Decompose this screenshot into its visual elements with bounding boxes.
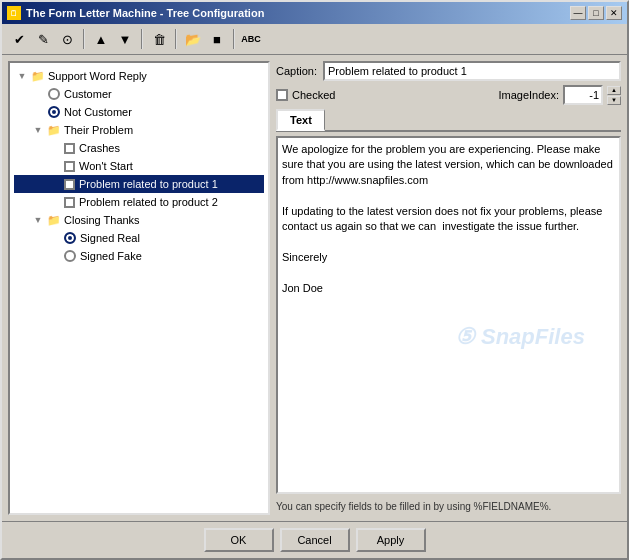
tree-item-signed-fake[interactable]: Signed Fake <box>14 247 264 265</box>
tree-label-product1: Problem related to product 1 <box>77 178 218 190</box>
hint-text: You can specify fields to be filled in b… <box>276 498 621 515</box>
expand-spacer-not-customer <box>30 104 46 120</box>
edit-button[interactable]: ✎ <box>32 28 54 50</box>
tree-item-not-customer[interactable]: Not Customer <box>14 103 264 121</box>
imageindex-label: ImageIndex: <box>498 89 559 101</box>
down-button[interactable]: ▼ <box>114 28 136 50</box>
title-bar-left: 🗒 The Form Letter Machine - Tree Configu… <box>7 6 264 20</box>
save-button[interactable]: ✔ <box>8 28 30 50</box>
radio-icon-signed-fake <box>64 250 76 262</box>
tree-item-product1[interactable]: Problem related to product 1 <box>14 175 264 193</box>
tree-label-customer: Customer <box>62 88 112 100</box>
tree-label-wont-start: Won't Start <box>77 160 133 172</box>
spellcheck-button[interactable]: ABC <box>240 28 262 50</box>
ok-button[interactable]: OK <box>204 528 274 552</box>
tree-label-crashes: Crashes <box>77 142 120 154</box>
options-row: Checked ImageIndex: ▲ ▼ <box>276 85 621 105</box>
main-window: 🗒 The Form Letter Machine - Tree Configu… <box>0 0 629 560</box>
expand-spacer-customer <box>30 86 46 102</box>
separator-1 <box>83 29 85 49</box>
bottom-bar: OK Cancel Apply <box>2 521 627 558</box>
tree-item-wont-start[interactable]: Won't Start <box>14 157 264 175</box>
toolbar: ✔ ✎ ⊙ ▲ ▼ 🗑 📂 ■ ABC <box>2 24 627 55</box>
tree-item-their-problem[interactable]: ▼ 📁 Their Problem <box>14 121 264 139</box>
title-bar: 🗒 The Form Letter Machine - Tree Configu… <box>2 2 627 24</box>
folder-icon-their-problem: 📁 <box>46 123 62 137</box>
maximize-button[interactable]: □ <box>588 6 604 20</box>
folder-icon-closing-thanks: 📁 <box>46 213 62 227</box>
minimize-button[interactable]: — <box>570 6 586 20</box>
app-icon: 🗒 <box>7 6 21 20</box>
right-panel: Caption: Checked ImageIndex: ▲ ▼ <box>276 61 621 515</box>
expand-spacer-signed-fake <box>46 248 62 264</box>
checkbox-icon-wont-start <box>64 161 75 172</box>
separator-4 <box>233 29 235 49</box>
tree-panel: ▼ 📁 Support Word Reply Customer Not Cust… <box>8 61 270 515</box>
text-area[interactable]: We apologize for the problem you are exp… <box>278 138 619 492</box>
separator-3 <box>175 29 177 49</box>
radio-icon-not-customer <box>48 106 60 118</box>
imageindex-spinner: ▲ ▼ <box>607 86 621 105</box>
checked-checkbox[interactable] <box>276 89 288 101</box>
tree-item-signed-real[interactable]: Signed Real <box>14 229 264 247</box>
folder-icon-root: 📁 <box>30 69 46 83</box>
spinner-up-button[interactable]: ▲ <box>607 86 621 95</box>
stop-button[interactable]: ■ <box>206 28 228 50</box>
imageindex-input[interactable] <box>563 85 603 105</box>
expand-spacer-signed-real <box>46 230 62 246</box>
checkbox-icon-crashes <box>64 143 75 154</box>
expand-spacer-crashes <box>46 140 62 156</box>
separator-2 <box>141 29 143 49</box>
tree-label-their-problem: Their Problem <box>62 124 133 136</box>
expand-spacer-wont-start <box>46 158 62 174</box>
tree-label-product2: Problem related to product 2 <box>77 196 218 208</box>
text-area-container: We apologize for the problem you are exp… <box>276 136 621 494</box>
caption-input[interactable] <box>323 61 621 81</box>
close-button[interactable]: ✕ <box>606 6 622 20</box>
radio-icon-customer <box>48 88 60 100</box>
delete-button[interactable]: 🗑 <box>148 28 170 50</box>
title-buttons: — □ ✕ <box>570 6 622 20</box>
expand-icon-root: ▼ <box>14 68 30 84</box>
checked-option: Checked <box>276 89 335 101</box>
settings-button[interactable]: ⊙ <box>56 28 78 50</box>
up-button[interactable]: ▲ <box>90 28 112 50</box>
tab-bar: Text <box>276 109 621 132</box>
spinner-down-button[interactable]: ▼ <box>607 96 621 105</box>
tree-label-root: Support Word Reply <box>46 70 147 82</box>
checkbox-icon-product1 <box>64 179 75 190</box>
expand-icon-their-problem: ▼ <box>30 122 46 138</box>
main-content: ▼ 📁 Support Word Reply Customer Not Cust… <box>2 55 627 521</box>
expand-icon-closing-thanks: ▼ <box>30 212 46 228</box>
tree-item-product2[interactable]: Problem related to product 2 <box>14 193 264 211</box>
tree-item-root[interactable]: ▼ 📁 Support Word Reply <box>14 67 264 85</box>
tree-item-crashes[interactable]: Crashes <box>14 139 264 157</box>
expand-spacer-product1 <box>46 176 62 192</box>
checked-label: Checked <box>292 89 335 101</box>
checkbox-icon-product2 <box>64 197 75 208</box>
tree-item-customer[interactable]: Customer <box>14 85 264 103</box>
expand-spacer-product2 <box>46 194 62 210</box>
apply-button[interactable]: Apply <box>356 528 426 552</box>
tree-label-closing-thanks: Closing Thanks <box>62 214 140 226</box>
tab-text[interactable]: Text <box>276 109 325 131</box>
tree-item-closing-thanks[interactable]: ▼ 📁 Closing Thanks <box>14 211 264 229</box>
caption-row: Caption: <box>276 61 621 81</box>
window-title: The Form Letter Machine - Tree Configura… <box>26 7 264 19</box>
open-folder-button[interactable]: 📂 <box>182 28 204 50</box>
cancel-button[interactable]: Cancel <box>280 528 350 552</box>
tree-label-signed-fake: Signed Fake <box>78 250 142 262</box>
tree-label-not-customer: Not Customer <box>62 106 132 118</box>
tree-label-signed-real: Signed Real <box>78 232 140 244</box>
caption-label: Caption: <box>276 65 317 77</box>
imageindex-group: ImageIndex: ▲ ▼ <box>498 85 621 105</box>
radio-icon-signed-real <box>64 232 76 244</box>
